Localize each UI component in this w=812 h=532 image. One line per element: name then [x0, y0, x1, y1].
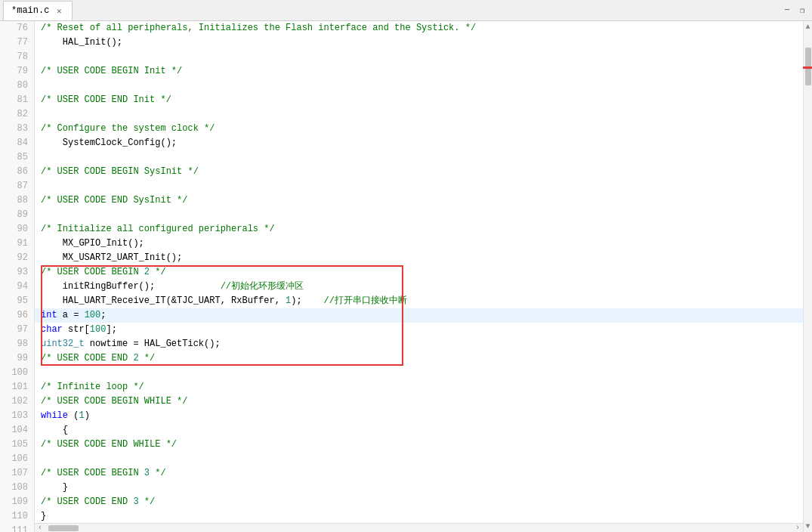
line-number-105: 105 — [3, 438, 28, 452]
code-line-90: /* Initialize all configured peripherals… — [35, 222, 803, 237]
line-number-83: 83 — [3, 122, 28, 136]
code-line-109: /* USER CODE END 3 */ — [35, 495, 803, 509]
line-number-95: 95 — [3, 294, 28, 308]
code-line-89 — [35, 208, 803, 222]
vertical-scrollbar[interactable]: ▲ ▼ — [803, 21, 812, 532]
line-number-109: 109 — [3, 495, 28, 509]
line-number-98: 98 — [3, 337, 28, 351]
line-number-111: 111 — [3, 524, 28, 532]
code-line-98: uint32_t nowtime = HAL_GetTick(); — [35, 337, 803, 351]
line-number-90: 90 — [3, 222, 28, 237]
line-number-100: 100 — [3, 366, 28, 380]
code-line-100 — [35, 366, 803, 380]
horizontal-scrollbar-thumb[interactable] — [48, 525, 79, 531]
code-line-105: /* USER CODE END WHILE */ — [35, 438, 803, 452]
code-line-80 — [35, 79, 803, 93]
scroll-up-arrow[interactable]: ▲ — [804, 21, 812, 32]
line-number-84: 84 — [3, 136, 28, 150]
code-container: 7677787980818283848586878889909192939495… — [0, 21, 812, 532]
scroll-down-arrow[interactable]: ▼ — [804, 521, 812, 532]
code-line-107: /* USER CODE BEGIN 3 */ — [35, 466, 803, 481]
code-line-108: } — [35, 481, 803, 495]
line-number-78: 78 — [3, 50, 28, 64]
title-bar: *main.c ✕ ─ ❐ — [0, 0, 812, 21]
line-number-79: 79 — [3, 64, 28, 79]
line-numbers: 7677787980818283848586878889909192939495… — [0, 21, 35, 532]
line-number-77: 77 — [3, 36, 28, 50]
line-number-102: 102 — [3, 394, 28, 409]
line-number-88: 88 — [3, 193, 28, 208]
code-line-94: initRingBuffer(); //初始化环形缓冲区 — [35, 280, 803, 294]
code-line-87 — [35, 179, 803, 193]
code-line-110: } — [35, 509, 803, 523]
code-line-93: /* USER CODE BEGIN 2 */ — [35, 265, 803, 280]
line-number-108: 108 — [3, 481, 28, 495]
code-line-82 — [35, 107, 803, 122]
editor-area: 7677787980818283848586878889909192939495… — [0, 21, 812, 532]
line-number-85: 85 — [3, 150, 28, 165]
code-line-95: HAL_UART_Receive_IT(&TJC_UART, RxBuffer,… — [35, 294, 803, 308]
tab-title: *main.c — [11, 5, 49, 16]
code-area[interactable]: /* Reset of all peripherals, Initializes… — [35, 21, 803, 523]
line-number-99: 99 — [3, 351, 28, 366]
scroll-left-arrow[interactable]: ‹ — [35, 524, 45, 532]
line-number-82: 82 — [3, 107, 28, 122]
code-line-96: int a = 100; — [35, 308, 803, 323]
line-number-101: 101 — [3, 380, 28, 394]
code-line-99: /* USER CODE END 2 */ — [35, 351, 803, 366]
line-number-110: 110 — [3, 509, 28, 524]
tab-close-button[interactable]: ✕ — [54, 5, 64, 16]
line-number-80: 80 — [3, 79, 28, 93]
scroll-right-arrow[interactable]: › — [792, 524, 803, 532]
line-number-91: 91 — [3, 237, 28, 251]
code-line-104: { — [35, 423, 803, 438]
code-line-103: while (1) — [35, 409, 803, 423]
line-number-81: 81 — [3, 93, 28, 107]
error-mark — [803, 66, 812, 69]
line-number-94: 94 — [3, 280, 28, 294]
code-line-85 — [35, 150, 803, 165]
line-number-92: 92 — [3, 251, 28, 265]
code-line-92: MX_USART2_UART_Init(); — [35, 251, 803, 265]
window-controls: ─ ❐ — [780, 4, 809, 17]
main-tab[interactable]: *main.c ✕ — [3, 1, 73, 20]
line-number-87: 87 — [3, 179, 28, 193]
code-line-76: /* Reset of all peripherals, Initializes… — [35, 21, 803, 36]
code-line-91: MX_GPIO_Init(); — [35, 237, 803, 251]
line-number-104: 104 — [3, 423, 28, 438]
code-line-88: /* USER CODE END SysInit */ — [35, 193, 803, 208]
code-line-106 — [35, 452, 803, 466]
code-line-84: SystemClock_Config(); — [35, 136, 803, 150]
code-line-86: /* USER CODE BEGIN SysInit */ — [35, 165, 803, 179]
code-line-97: char str[100]; — [35, 323, 803, 337]
code-lines: /* Reset of all peripherals, Initializes… — [35, 21, 803, 523]
line-number-106: 106 — [3, 452, 28, 466]
horizontal-scrollbar[interactable]: ‹ › — [35, 523, 803, 532]
line-number-76: 76 — [3, 21, 28, 36]
code-line-101: /* Infinite loop */ — [35, 380, 803, 394]
line-number-93: 93 — [3, 265, 28, 280]
code-line-79: /* USER CODE BEGIN Init */ — [35, 64, 803, 79]
line-number-107: 107 — [3, 466, 28, 481]
code-line-81: /* USER CODE END Init */ — [35, 93, 803, 107]
restore-button[interactable]: ❐ — [795, 4, 809, 17]
main-window: *main.c ✕ ─ ❐ 76777879808182838485868788… — [0, 0, 812, 532]
line-number-89: 89 — [3, 208, 28, 222]
code-line-102: /* USER CODE BEGIN WHILE */ — [35, 394, 803, 409]
line-number-96: 96 — [3, 308, 28, 323]
line-number-86: 86 — [3, 165, 28, 179]
code-line-83: /* Configure the system clock */ — [35, 122, 803, 136]
code-line-77: HAL_Init(); — [35, 36, 803, 50]
line-number-103: 103 — [3, 409, 28, 423]
line-number-97: 97 — [3, 323, 28, 337]
minimize-button[interactable]: ─ — [780, 4, 794, 17]
code-line-78 — [35, 50, 803, 64]
